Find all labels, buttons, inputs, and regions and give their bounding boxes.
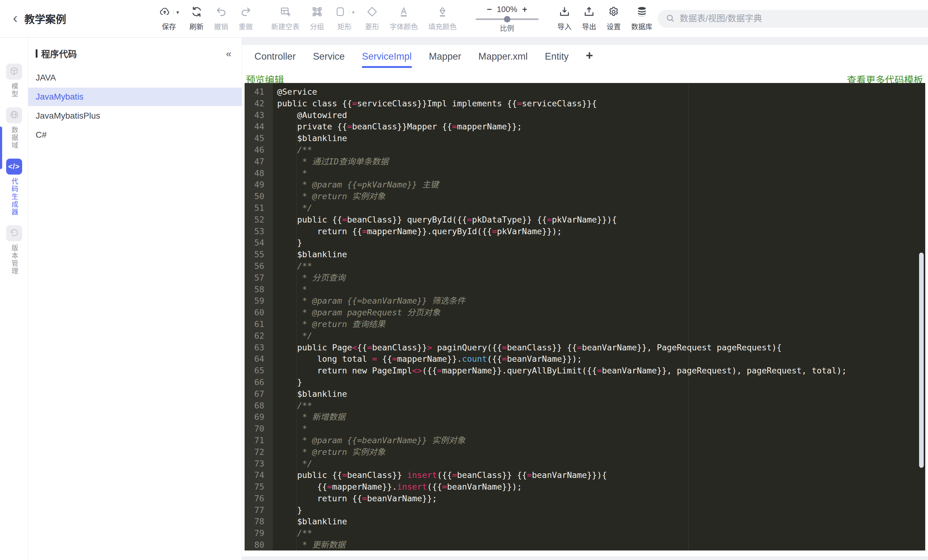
line-number: 76 [244, 493, 273, 504]
code-line: 59 * @param {{=beanVarName}} 筛选条件 [244, 295, 925, 307]
code-text: public Page<{{=beanClass}}> paginQuery({… [273, 342, 782, 354]
sidebar-item-version-management[interactable]: 版本管理 [6, 225, 22, 275]
tab-entity[interactable]: Entity [545, 51, 569, 68]
zoom-slider-thumb[interactable] [504, 16, 510, 23]
code-line: 41@Service [244, 86, 925, 98]
line-number: 73 [244, 458, 273, 470]
line-number: 52 [244, 214, 273, 226]
diamond-button[interactable]: 菱形 [360, 6, 385, 31]
code-line: 48 * [244, 168, 925, 179]
tab-controller[interactable]: Controller [255, 51, 296, 68]
code-text: * @param {{=beanVarName}} 筛选条件 [273, 295, 465, 307]
new-table-button[interactable]: 新建空表 [266, 6, 305, 31]
sidebar-item-model[interactable]: 模型 [6, 64, 22, 98]
tab-serviceimpl[interactable]: ServiceImpl [362, 51, 412, 68]
code-editor[interactable]: 41@Service42public class {{=serviceClass… [244, 83, 925, 551]
code-line: 50 * @return 实例对象 [244, 191, 925, 202]
line-number: 69 [244, 411, 273, 423]
line-number: 49 [244, 179, 273, 191]
code-tabs: Controller Service ServiceImpl Mapper Ma… [242, 45, 928, 68]
line-number: 44 [244, 121, 273, 133]
line-number: 41 [244, 86, 273, 98]
code-text: */ [273, 330, 312, 342]
line-number: 77 [244, 504, 273, 516]
fill-color-button[interactable]: 填充颜色 [423, 6, 462, 31]
template-panel: 程序代码 « JAVA JavaMybatis JavaMybatisPlus … [28, 38, 242, 560]
zoom-slider[interactable] [476, 18, 539, 20]
main-content: Controller Service ServiceImpl Mapper Ma… [242, 45, 928, 560]
panel-title: 程序代码 [41, 47, 77, 60]
code-line: 79 /** [244, 527, 925, 539]
code-icon: </> [8, 162, 20, 171]
line-number: 56 [244, 260, 273, 272]
redo-icon [240, 6, 252, 19]
tab-mapper[interactable]: Mapper [429, 51, 461, 68]
line-number: 74 [244, 469, 273, 481]
code-line: 61 * @return 查询结果 [244, 319, 925, 330]
line-number: 79 [244, 527, 273, 539]
line-number: 42 [244, 98, 273, 110]
code-text: * @return 实例对象 [273, 446, 385, 458]
tab-mapper-xml[interactable]: Mapper.xml [478, 51, 528, 68]
add-tab-button[interactable]: + [586, 50, 593, 60]
code-text: * 新增数据 [273, 411, 345, 423]
code-text: /** [273, 400, 312, 412]
rectangle-dropdown-caret[interactable]: ▾ [349, 10, 355, 15]
list-item-java[interactable]: JAVA [28, 69, 242, 87]
line-number: 63 [244, 342, 273, 354]
undo-button[interactable]: 撤销 [209, 6, 234, 31]
line-number: 61 [244, 319, 273, 330]
line-number: 75 [244, 481, 273, 493]
redo-button[interactable]: 重做 [234, 6, 258, 31]
line-number: 58 [244, 284, 273, 295]
line-number: 62 [244, 330, 273, 342]
code-text: $blankline [273, 516, 347, 527]
code-line: 67 $blankline [244, 388, 925, 400]
code-text: $blankline [273, 249, 347, 260]
code-line: 62 */ [244, 330, 925, 342]
zoom-in-button[interactable]: + [522, 5, 527, 14]
refresh-icon [191, 6, 203, 19]
search-box[interactable] [658, 10, 928, 27]
code-line: 44 private {{=beanClass}}Mapper {{=mappe… [244, 121, 925, 133]
sidebar-item-code-generator[interactable]: </> 代码生成器 [6, 159, 22, 216]
search-input[interactable] [680, 14, 928, 24]
zoom-out-button[interactable]: − [487, 5, 491, 14]
app-header: ‹ 教学案例 ▾ 保存 刷新 撤销 重做 [0, 0, 928, 38]
list-item-javamybatisplus[interactable]: JavaMybatisPlus [28, 107, 242, 125]
code-line: 54 } [244, 237, 925, 249]
tab-service[interactable]: Service [313, 51, 345, 68]
line-number: 66 [244, 377, 273, 388]
line-number: 60 [244, 307, 273, 319]
code-line: 70 * [244, 423, 925, 435]
code-line: 75 {{=mapperName}}.insert({{=beanVarName… [244, 481, 925, 493]
code-text: } [273, 237, 302, 249]
export-button[interactable]: 导出 [577, 6, 601, 31]
line-number: 43 [244, 110, 273, 121]
settings-button[interactable]: 设置 [601, 6, 626, 31]
list-item-csharp[interactable]: C# [28, 126, 242, 144]
refresh-button[interactable]: 刷新 [185, 6, 209, 31]
save-dropdown-caret[interactable]: ▾ [173, 10, 179, 15]
line-number: 51 [244, 202, 273, 214]
database-button[interactable]: 数据库 [626, 6, 658, 31]
search-icon [665, 14, 675, 24]
editor-scrollbar-thumb[interactable] [919, 253, 924, 468]
code-text: */ [273, 202, 312, 214]
font-color-button[interactable]: 字体颜色 [385, 6, 423, 31]
code-line: 65 return new PageImpl<>({{=mapperName}}… [244, 365, 925, 377]
code-line: 69 * 新增数据 [244, 411, 925, 423]
save-button[interactable]: ▾ 保存 [154, 6, 185, 31]
sidebar-item-data-domain[interactable]: 数据域 [6, 107, 22, 150]
back-button[interactable]: ‹ [13, 11, 18, 27]
group-button[interactable]: 分组 [305, 6, 330, 31]
code-text: return {{=beanVarName}}; [273, 493, 437, 504]
template-list: JAVA JavaMybatis JavaMybatisPlus C# [28, 69, 242, 144]
code-line: 66 } [244, 377, 925, 388]
rectangle-button[interactable]: ▾ 矩形 [330, 6, 360, 31]
line-number: 55 [244, 249, 273, 260]
collapse-panel-button[interactable]: « [226, 49, 231, 58]
code-text: return new PageImpl<>({{=mapperName}}.qu… [273, 365, 847, 377]
import-button[interactable]: 导入 [552, 6, 577, 31]
list-item-javamybatis[interactable]: JavaMybatis [28, 88, 242, 106]
